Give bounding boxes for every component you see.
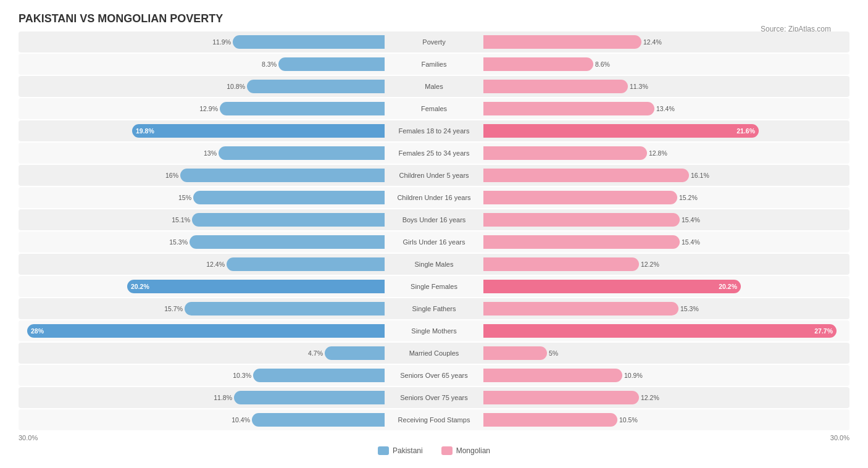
value-right: 16.1% bbox=[691, 172, 709, 179]
center-label: Single Fathers bbox=[412, 305, 456, 312]
table-row: 13% Females 25 to 34 years 12.8% bbox=[19, 143, 849, 164]
page-title: PAKISTANI VS MONGOLIAN POVERTY bbox=[19, 12, 849, 25]
bar-left bbox=[192, 213, 385, 227]
value-left: 19.8% bbox=[132, 127, 154, 135]
value-right: 10.9% bbox=[624, 372, 643, 379]
bar-right bbox=[483, 235, 680, 249]
center-label: Boys Under 16 years bbox=[403, 216, 466, 224]
value-left: 15.3% bbox=[169, 238, 188, 246]
bar-right bbox=[483, 213, 680, 227]
center-label: Seniors Over 65 years bbox=[400, 372, 467, 379]
value-left: 20.2% bbox=[127, 283, 149, 290]
center-label: Females 18 to 24 years bbox=[399, 127, 470, 135]
bar-right bbox=[483, 302, 678, 315]
center-label: Receiving Food Stamps bbox=[398, 416, 470, 424]
center-label: Children Under 5 years bbox=[399, 172, 469, 179]
bar-left bbox=[220, 102, 385, 115]
bar-left: 19.8% bbox=[132, 124, 385, 138]
value-left: 11.8% bbox=[214, 394, 232, 401]
bar-left bbox=[227, 257, 385, 271]
value-right: 11.3% bbox=[630, 83, 648, 90]
table-row: 15.1% Boys Under 16 years 15.4% bbox=[19, 209, 849, 230]
axis-left: 30.0% bbox=[19, 434, 38, 441]
center-label: Married Couples bbox=[409, 349, 459, 357]
legend-label-mongolian: Mongolian bbox=[456, 446, 490, 455]
value-left: 10.3% bbox=[233, 372, 251, 379]
bar-right bbox=[483, 35, 641, 49]
bar-left bbox=[234, 391, 385, 404]
value-left: 15.1% bbox=[172, 216, 190, 224]
table-row: 19.8% Females 18 to 24 years 21.6% bbox=[19, 120, 849, 141]
center-label: Females bbox=[421, 105, 447, 112]
center-label: Children Under 16 years bbox=[397, 194, 470, 201]
value-right: 12.2% bbox=[641, 261, 659, 268]
table-row: 12.4% Single Males 12.2% bbox=[19, 254, 849, 275]
bar-right bbox=[483, 169, 689, 182]
chart-container: 11.9% Poverty 12.4% 8.3% Families 8.6% bbox=[19, 31, 849, 455]
value-right: 8.6% bbox=[595, 61, 610, 68]
center-label: Families bbox=[422, 61, 447, 68]
value-left: 16% bbox=[165, 172, 178, 179]
center-label: Single Mothers bbox=[411, 327, 456, 335]
bar-left bbox=[252, 413, 385, 427]
table-row: 28% Single Mothers 27.7% bbox=[19, 320, 849, 341]
bar-left bbox=[325, 346, 385, 360]
bar-right bbox=[483, 102, 654, 115]
value-right: 15.4% bbox=[682, 238, 700, 246]
value-right: 15.2% bbox=[679, 194, 698, 201]
value-left: 28% bbox=[27, 327, 44, 335]
bar-left bbox=[219, 146, 385, 160]
bar-right bbox=[483, 257, 639, 271]
value-right: 15.4% bbox=[682, 216, 700, 224]
bar-left bbox=[253, 369, 385, 382]
center-label: Females 25 to 34 years bbox=[399, 149, 470, 157]
value-left: 12.4% bbox=[206, 261, 225, 268]
value-left: 4.7% bbox=[308, 349, 323, 357]
bar-left bbox=[185, 302, 385, 315]
center-label: Single Females bbox=[411, 283, 457, 290]
table-row: 4.7% Married Couples 5% bbox=[19, 343, 849, 364]
center-label: Seniors Over 75 years bbox=[400, 394, 467, 401]
bar-right: 21.6% bbox=[483, 124, 759, 138]
value-right: 15.3% bbox=[680, 305, 699, 312]
value-left: 15% bbox=[178, 194, 191, 201]
bar-left bbox=[247, 80, 385, 93]
table-row: 11.8% Seniors Over 75 years 12.2% bbox=[19, 387, 849, 408]
bar-right: 20.2% bbox=[483, 280, 741, 293]
axis-labels: 30.0% 30.0% bbox=[19, 434, 849, 441]
value-right: 12.8% bbox=[649, 149, 667, 157]
legend: Pakistani Mongolian bbox=[19, 446, 849, 455]
bar-right: 27.7% bbox=[483, 324, 837, 338]
legend-pakistani: Pakistani bbox=[378, 446, 423, 455]
table-row: 12.9% Females 13.4% bbox=[19, 98, 849, 119]
bar-left: 20.2% bbox=[127, 280, 385, 293]
legend-mongolian: Mongolian bbox=[441, 446, 490, 455]
legend-color-pakistani bbox=[378, 446, 389, 455]
center-label: Single Males bbox=[415, 261, 454, 268]
value-left: 8.3% bbox=[262, 61, 277, 68]
value-right: 5% bbox=[549, 349, 558, 357]
table-row: 11.9% Poverty 12.4% bbox=[19, 31, 849, 52]
bar-left bbox=[180, 169, 385, 182]
bar-right bbox=[483, 57, 593, 71]
value-right: 20.2% bbox=[719, 283, 741, 290]
value-right: 21.6% bbox=[737, 127, 759, 135]
table-row: 10.8% Males 11.3% bbox=[19, 76, 849, 97]
value-right: 27.7% bbox=[814, 327, 837, 335]
bar-right bbox=[483, 391, 639, 404]
value-left: 11.9% bbox=[212, 38, 231, 46]
bar-right bbox=[483, 413, 617, 427]
bar-left bbox=[233, 35, 385, 49]
legend-color-mongolian bbox=[441, 446, 453, 455]
chart-rows: 11.9% Poverty 12.4% 8.3% Families 8.6% bbox=[19, 31, 849, 430]
center-label: Males bbox=[425, 83, 443, 90]
table-row: 15.3% Girls Under 16 years 15.4% bbox=[19, 232, 849, 253]
bar-right bbox=[483, 346, 547, 360]
value-right: 12.2% bbox=[641, 394, 659, 401]
table-row: 8.3% Families 8.6% bbox=[19, 54, 849, 75]
value-left: 10.8% bbox=[227, 83, 245, 90]
table-row: 10.4% Receiving Food Stamps 10.5% bbox=[19, 409, 849, 430]
axis-right: 30.0% bbox=[830, 434, 849, 441]
legend-label-pakistani: Pakistani bbox=[393, 446, 423, 455]
center-label: Girls Under 16 years bbox=[403, 238, 465, 246]
